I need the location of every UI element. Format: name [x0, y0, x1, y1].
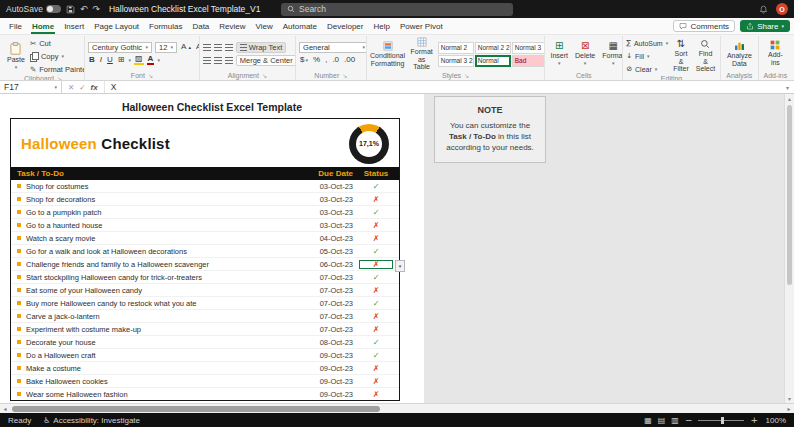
tab-page-layout[interactable]: Page Layout	[89, 18, 144, 34]
format-painter-button[interactable]: ✎Format Painter	[30, 63, 85, 75]
status-cell[interactable]: ✗	[359, 234, 393, 243]
task-cell[interactable]: Start stockpiling Halloween candy for tr…	[26, 273, 301, 282]
zoom-in-button[interactable]: +	[750, 416, 758, 425]
autosave-control[interactable]: AutoSave	[6, 4, 61, 14]
align-center-button[interactable]	[214, 57, 222, 64]
status-cell-selected[interactable]: ✗▾	[359, 260, 393, 269]
status-cell[interactable]: ✗	[359, 195, 393, 204]
addins-button[interactable]: Add-ins	[762, 40, 789, 66]
status-cell[interactable]: ✓	[359, 299, 393, 308]
fill-button[interactable]: ↓Fill▾	[626, 50, 668, 62]
increase-decimal-button[interactable]: .0	[331, 56, 340, 64]
due-date-cell[interactable]: 07-Oct-23	[301, 325, 359, 334]
tab-automate[interactable]: Automate	[278, 18, 322, 34]
due-date-cell[interactable]: 03-Oct-23	[301, 221, 359, 230]
status-cell[interactable]: ✗	[359, 325, 393, 334]
tab-power-pivot[interactable]: Power Pivot	[395, 18, 448, 34]
cell-style-normal-2-2[interactable]: Normal 2 2	[475, 42, 511, 54]
number-format-select[interactable]: General▾	[299, 42, 367, 53]
due-date-cell[interactable]: 09-Oct-23	[301, 364, 359, 373]
merge-center-button[interactable]: Merge & Center▾	[236, 55, 296, 66]
due-date-cell[interactable]: 09-Oct-23	[301, 377, 359, 386]
analyze-data-button[interactable]: Analyze Data	[724, 40, 755, 67]
insert-cells-button[interactable]: ⊞Insert▾	[548, 41, 570, 66]
clipboard-dialog-launcher[interactable]: ↘	[57, 75, 62, 80]
align-top-button[interactable]	[203, 44, 211, 51]
tab-file[interactable]: File	[4, 18, 27, 34]
zoom-out-button[interactable]: −	[685, 416, 693, 425]
horizontal-scroll-thumb[interactable]	[12, 406, 380, 412]
due-date-cell[interactable]: 09-Oct-23	[301, 351, 359, 360]
tab-formulas[interactable]: Formulas	[144, 18, 187, 34]
align-bottom-button[interactable]	[225, 44, 233, 51]
decrease-decimal-button[interactable]: .00	[343, 56, 356, 64]
format-cells-button[interactable]: ▦Format▾	[600, 41, 623, 66]
font-dialog-launcher[interactable]: ↘	[148, 72, 153, 79]
due-date-cell[interactable]: 07-Oct-23	[301, 312, 359, 321]
due-date-cell[interactable]: 09-Oct-23	[301, 390, 359, 399]
due-date-cell[interactable]: 06-Oct-23	[301, 260, 359, 269]
name-box[interactable]: F17▾	[0, 81, 62, 93]
due-date-cell[interactable]: 04-Oct-23	[301, 234, 359, 243]
due-date-cell[interactable]: 05-Oct-23	[301, 247, 359, 256]
zoom-level[interactable]: 100%	[764, 416, 786, 425]
italic-button[interactable]: I	[99, 56, 103, 64]
validation-dropdown-button[interactable]: ▾	[395, 260, 405, 272]
cell-style-normal-3[interactable]: Normal 3	[512, 42, 546, 54]
status-cell[interactable]: ✗	[359, 390, 393, 399]
find-select-button[interactable]: Find & Select	[694, 39, 717, 73]
borders-button[interactable]: ⊞	[117, 56, 126, 64]
sort-filter-button[interactable]: ⇅Sort & Filter	[671, 39, 691, 73]
task-cell[interactable]: Do a Halloween craft	[26, 351, 301, 360]
clear-button[interactable]: ⊘Clear▾	[626, 63, 668, 75]
task-cell[interactable]: Bake Halloween cookies	[26, 377, 301, 386]
task-cell[interactable]: Decorate your house	[26, 338, 301, 347]
cut-button[interactable]: ✂Cut	[30, 37, 85, 49]
underline-button[interactable]: U	[106, 56, 114, 64]
fill-color-button[interactable]: ▨	[134, 55, 144, 65]
copy-button[interactable]: Copy▾	[30, 50, 85, 62]
due-date-cell[interactable]: 03-Oct-23	[301, 195, 359, 204]
save-icon[interactable]	[66, 5, 75, 14]
page-break-view-button[interactable]: ▥	[671, 416, 679, 425]
bold-button[interactable]: B	[88, 56, 96, 64]
status-cell[interactable]: ✓	[359, 182, 393, 191]
formula-content[interactable]: X	[105, 82, 781, 92]
cell-style-normal-3-2[interactable]: Normal 3 2	[438, 55, 474, 67]
task-cell[interactable]: Wear some Halloween fashion	[26, 390, 301, 399]
status-cell[interactable]: ✗	[359, 364, 393, 373]
formula-bar-expand-icon[interactable]: ▾	[781, 84, 794, 91]
wrap-text-button[interactable]: Wrap Text	[236, 42, 287, 53]
font-name-select[interactable]: Century Gothic▾	[88, 42, 152, 53]
tab-home[interactable]: Home	[27, 18, 59, 34]
align-right-button[interactable]	[225, 57, 233, 64]
font-size-select[interactable]: 12▾	[155, 42, 177, 53]
status-cell[interactable]: ✗	[359, 377, 393, 386]
task-cell[interactable]: Eat some of your Halloween candy	[26, 286, 301, 295]
tab-insert[interactable]: Insert	[59, 18, 89, 34]
zoom-slider-thumb[interactable]	[721, 417, 724, 424]
due-date-cell[interactable]: 07-Oct-23	[301, 286, 359, 295]
status-cell[interactable]: ✓	[359, 247, 393, 256]
accessibility-status[interactable]: ♿Accessibility: Investigate	[43, 416, 140, 425]
status-cell[interactable]: ✗	[359, 286, 393, 295]
page-layout-view-button[interactable]: ▤	[658, 416, 666, 425]
insert-function-button[interactable]: fx	[91, 83, 98, 92]
task-cell[interactable]: Go for a walk and look at Halloween deco…	[26, 247, 301, 256]
increase-font-button[interactable]: A▴	[180, 43, 192, 51]
undo-icon[interactable]: ↶	[80, 5, 88, 14]
conditional-formatting-button[interactable]: Conditional Formatting	[370, 41, 406, 67]
status-cell[interactable]: ✓	[359, 208, 393, 217]
enter-icon[interactable]: ✓	[79, 83, 85, 92]
tab-data[interactable]: Data	[187, 18, 214, 34]
comments-button[interactable]: Comments	[673, 20, 735, 32]
percent-style-button[interactable]: %	[312, 56, 321, 64]
styles-dialog-launcher[interactable]: ↘	[464, 72, 469, 79]
align-middle-button[interactable]	[214, 44, 222, 51]
task-cell[interactable]: Watch a scary movie	[26, 234, 301, 243]
user-avatar[interactable]: O	[776, 3, 788, 15]
delete-cells-button[interactable]: ⊠Delete▾	[573, 41, 597, 66]
scroll-right-icon[interactable]: ▸	[784, 405, 794, 412]
notifications-bell-icon[interactable]	[759, 5, 768, 14]
due-date-cell[interactable]: 07-Oct-23	[301, 273, 359, 282]
